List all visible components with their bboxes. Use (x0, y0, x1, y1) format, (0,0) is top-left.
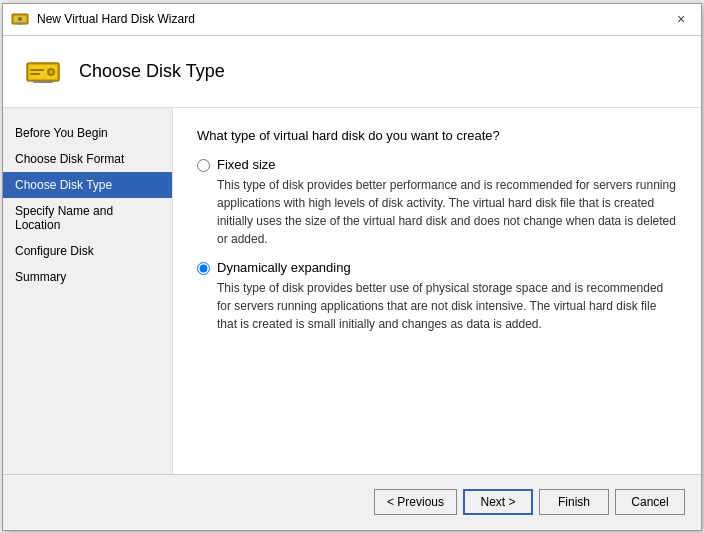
finish-button[interactable]: Finish (539, 489, 609, 515)
cancel-button[interactable]: Cancel (615, 489, 685, 515)
fixed-size-row: Fixed size (197, 157, 677, 172)
next-button[interactable]: Next > (463, 489, 533, 515)
dynamic-row: Dynamically expanding (197, 260, 677, 275)
svg-rect-8 (30, 69, 44, 71)
svg-rect-3 (17, 23, 23, 25)
window-icon (11, 10, 29, 28)
sidebar-item-before-you-begin[interactable]: Before You Begin (3, 120, 172, 146)
wizard-window: New Virtual Hard Disk Wizard × Choose Di… (2, 3, 702, 531)
fixed-size-description: This type of disk provides better perfor… (217, 176, 677, 248)
dynamic-label[interactable]: Dynamically expanding (217, 260, 351, 275)
dynamic-group: Dynamically expanding This type of disk … (197, 260, 677, 333)
svg-rect-10 (33, 81, 53, 83)
svg-point-7 (49, 70, 53, 74)
svg-rect-9 (30, 73, 40, 75)
sidebar-item-configure-disk[interactable]: Configure Disk (3, 238, 172, 264)
sidebar: Before You Begin Choose Disk Format Choo… (3, 108, 173, 474)
fixed-size-radio[interactable] (197, 159, 210, 172)
sidebar-item-choose-disk-format[interactable]: Choose Disk Format (3, 146, 172, 172)
dynamic-radio[interactable] (197, 262, 210, 275)
page-title: Choose Disk Type (79, 61, 225, 82)
sidebar-item-choose-disk-type[interactable]: Choose Disk Type (3, 172, 172, 198)
fixed-size-label[interactable]: Fixed size (217, 157, 276, 172)
wizard-header: Choose Disk Type (3, 36, 701, 108)
title-bar: New Virtual Hard Disk Wizard × (3, 4, 701, 36)
main-content: What type of virtual hard disk do you wa… (173, 108, 701, 474)
question-text: What type of virtual hard disk do you wa… (197, 128, 677, 143)
fixed-size-group: Fixed size This type of disk provides be… (197, 157, 677, 248)
sidebar-item-summary[interactable]: Summary (3, 264, 172, 290)
previous-button[interactable]: < Previous (374, 489, 457, 515)
svg-point-2 (18, 17, 22, 21)
close-button[interactable]: × (669, 7, 693, 31)
window-title: New Virtual Hard Disk Wizard (37, 12, 669, 26)
header-icon (23, 51, 63, 91)
wizard-footer: < Previous Next > Finish Cancel (3, 474, 701, 530)
dynamic-description: This type of disk provides better use of… (217, 279, 677, 333)
sidebar-item-specify-name-location[interactable]: Specify Name and Location (3, 198, 172, 238)
content-area: Before You Begin Choose Disk Format Choo… (3, 108, 701, 474)
